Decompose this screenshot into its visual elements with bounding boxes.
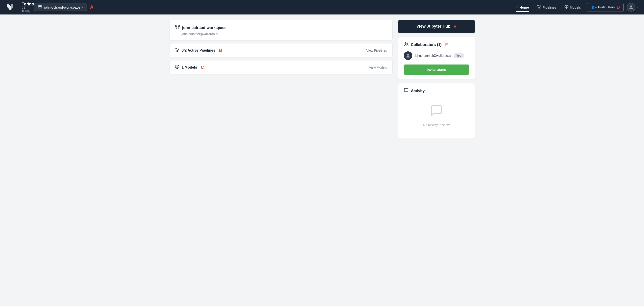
label-b: B (219, 48, 222, 53)
svg-rect-0 (38, 6, 39, 7)
brand-bottom: CETesting (22, 6, 34, 13)
pipelines-stat-icon (175, 48, 180, 53)
user-avatar[interactable] (627, 3, 636, 12)
models-card: 1 Models C View Models (169, 60, 393, 74)
main-nav: ⌂ Home Pipelines (512, 3, 638, 12)
label-e: E (454, 24, 456, 29)
collaborator-item: john.hummel@wallaroo.ai You ··· (404, 51, 469, 60)
view-pipelines-link[interactable]: View Pipelines (366, 49, 387, 52)
pipelines-card: 0/2 Active Pipelines B View Pipelines (169, 43, 393, 58)
add-user-icon: 👤+ (591, 6, 596, 9)
activity-title: Activity (411, 89, 425, 93)
brand-top: Torino (22, 2, 34, 6)
invite-users-green-button[interactable]: Invite Users (404, 65, 469, 75)
svg-rect-2 (39, 8, 41, 9)
activity-card: Activity No activity to show (398, 83, 475, 138)
workspace-card-name: john-ccfraud-workspace (182, 26, 227, 30)
brand: Torino CETesting (22, 2, 34, 13)
svg-rect-8 (539, 8, 540, 8)
left-panel: john-ccfraud-workspace john.hummel@walla… (169, 20, 393, 138)
workspace-name: john-ccfraud-workspace (44, 6, 80, 9)
navbar: Torino CETesting john-ccfraud-workspace … (0, 0, 644, 15)
models-stat-label: 1 Models (182, 65, 197, 69)
svg-rect-6 (538, 5, 539, 6)
right-panel: View Jupyter Hub E Collaborators (1) F (398, 20, 475, 138)
workspace-icon (38, 5, 42, 10)
svg-rect-25 (176, 51, 178, 51)
svg-rect-1 (40, 6, 42, 7)
workspace-info-card: john-ccfraud-workspace john.hummel@walla… (169, 20, 393, 41)
svg-point-34 (407, 43, 408, 44)
collaborator-avatar (404, 51, 412, 60)
svg-point-35 (407, 54, 409, 56)
nav-home[interactable]: ⌂ Home (512, 3, 532, 12)
avatar-chevron-icon: ▾ (637, 6, 638, 9)
label-c: C (201, 65, 204, 70)
svg-rect-17 (175, 25, 177, 27)
home-icon: ⌂ (516, 5, 518, 10)
activity-empty-state: No activity to show (404, 99, 469, 133)
logo (6, 3, 15, 12)
models-stat-icon (175, 65, 180, 70)
svg-point-16 (630, 6, 632, 7)
chevron-down-icon: ▾ (82, 6, 84, 9)
nav-pipelines[interactable]: Pipelines (534, 3, 560, 12)
svg-rect-24 (178, 48, 179, 49)
pipelines-icon (537, 5, 541, 10)
collaborator-avatar-icon (405, 53, 411, 58)
collaborator-more-button[interactable]: ··· (466, 53, 472, 59)
svg-rect-18 (178, 25, 179, 27)
workspace-selector[interactable]: john-ccfraud-workspace ▾ (34, 3, 87, 11)
workspace-card-email: john.hummel@wallaroo.ai (182, 32, 387, 36)
label-f: F (445, 42, 448, 47)
activity-empty-text: No activity to show (423, 123, 450, 127)
svg-rect-7 (540, 5, 541, 6)
activity-icon (404, 88, 409, 94)
main-layout: john-ccfraud-workspace john.hummel@walla… (164, 15, 480, 144)
invite-users-navbar-button[interactable]: 👤+ Invite Users D (587, 3, 624, 12)
logo-bird-icon (6, 3, 15, 12)
models-icon (564, 5, 568, 10)
svg-point-33 (405, 43, 406, 44)
collaborators-list: john.hummel@wallaroo.ai You ··· (404, 51, 469, 60)
label-d: D (617, 5, 620, 10)
collaborators-card: Collaborators (1) F john.hummel@wallaroo… (398, 37, 475, 79)
you-badge: You (454, 53, 464, 58)
avatar-icon (628, 5, 634, 10)
pipelines-stat-label: 0/2 Active Pipelines (182, 48, 216, 53)
collaborators-title: Collaborators (1) (411, 43, 442, 47)
view-models-link[interactable]: View Models (369, 66, 387, 69)
svg-rect-23 (175, 48, 176, 49)
collaborators-icon (404, 42, 409, 48)
workspace-card-icon (175, 25, 180, 31)
activity-empty-icon (430, 104, 443, 120)
collaborator-email: john.hummel@wallaroo.ai (415, 54, 452, 58)
nav-models[interactable]: Models (561, 3, 584, 12)
label-a: A (90, 4, 94, 10)
view-jupyter-hub-button[interactable]: View Jupyter Hub E (398, 20, 475, 33)
